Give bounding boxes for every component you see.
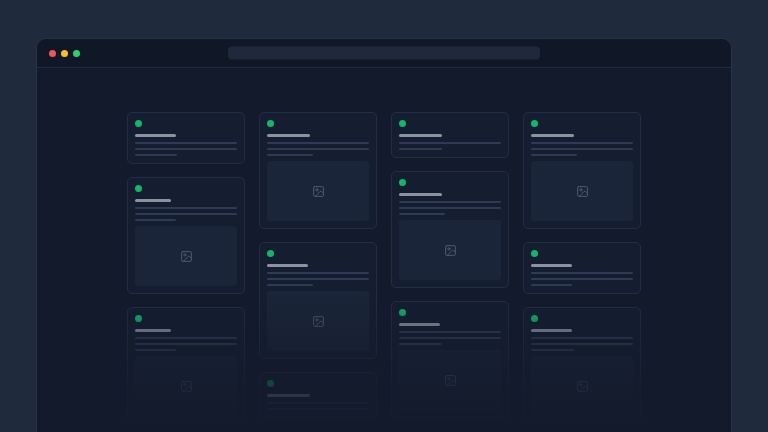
image-icon [180,380,193,393]
skeleton-card[interactable] [259,372,377,418]
skeleton-line [531,349,574,351]
skeleton-lines [399,331,501,345]
status-dot-icon [399,120,406,127]
skeleton-title [267,264,308,267]
skeleton-lines [267,142,369,156]
image-placeholder [531,356,633,416]
skeleton-line [531,148,633,150]
address-bar[interactable] [228,47,540,60]
skeleton-line [267,154,313,156]
skeleton-line [267,278,369,280]
image-placeholder [531,161,633,221]
image-icon [444,374,457,387]
card-column-1 [127,112,245,424]
skeleton-lines [531,142,633,156]
skeleton-card[interactable] [259,112,377,229]
card-grid [127,112,641,424]
skeleton-line [135,213,237,215]
skeleton-title [267,394,310,397]
skeleton-line [531,337,633,339]
skeleton-line [399,343,442,345]
image-icon [444,244,457,257]
skeleton-lines [135,337,237,351]
skeleton-card[interactable] [523,112,641,229]
browser-window [36,38,732,432]
image-icon [576,380,589,393]
image-placeholder [135,226,237,286]
skeleton-line [267,402,369,404]
browser-titlebar [37,39,731,68]
content-area [37,68,731,432]
skeleton-card[interactable] [391,112,509,158]
card-column-3 [391,112,509,424]
image-icon [312,185,325,198]
skeleton-title [531,134,574,137]
skeleton-lines [135,142,237,156]
skeleton-title [399,193,442,196]
skeleton-line [135,207,237,209]
traffic-light-close-button[interactable] [49,50,56,57]
skeleton-line [531,278,633,280]
skeleton-line [135,349,176,351]
status-dot-icon [267,250,274,257]
skeleton-title [399,323,440,326]
skeleton-card[interactable] [127,177,245,294]
skeleton-lines [399,142,501,150]
skeleton-title [135,329,171,332]
skeleton-line [399,142,501,144]
traffic-light-maximize-button[interactable] [73,50,80,57]
skeleton-card[interactable] [127,307,245,424]
traffic-lights [49,50,80,57]
image-placeholder [135,356,237,416]
status-dot-icon [135,120,142,127]
skeleton-title [531,329,572,332]
skeleton-line [399,201,501,203]
status-dot-icon [267,380,274,387]
status-dot-icon [531,250,538,257]
image-icon [576,185,589,198]
skeleton-lines [399,201,501,215]
status-dot-icon [135,185,142,192]
skeleton-card[interactable] [391,171,509,288]
skeleton-line [531,343,633,345]
skeleton-card[interactable] [127,112,245,164]
skeleton-line [267,408,369,410]
skeleton-line [531,154,577,156]
status-dot-icon [135,315,142,322]
card-column-2 [259,112,377,424]
skeleton-line [267,284,313,286]
image-placeholder [399,350,501,410]
skeleton-line [135,148,237,150]
skeleton-line [531,272,633,274]
skeleton-line [399,337,501,339]
skeleton-card[interactable] [259,242,377,359]
desktop: { "theme": { "desktop_bg": "#1f2a3d", "w… [0,0,768,432]
skeleton-card[interactable] [523,307,641,424]
skeleton-line [135,154,177,156]
status-dot-icon [267,120,274,127]
skeleton-line [135,142,237,144]
skeleton-lines [135,207,237,221]
skeleton-title [135,199,171,202]
skeleton-line [135,343,237,345]
skeleton-title [399,134,442,137]
skeleton-line [267,272,369,274]
skeleton-line [399,213,445,215]
skeleton-line [531,142,633,144]
image-placeholder [267,291,369,351]
status-dot-icon [399,179,406,186]
skeleton-line [399,207,501,209]
skeleton-line [531,284,572,286]
skeleton-card[interactable] [391,301,509,418]
image-placeholder [399,220,501,280]
skeleton-card[interactable] [523,242,641,294]
skeleton-title [135,134,176,137]
status-dot-icon [399,309,406,316]
skeleton-lines [267,402,369,410]
traffic-light-minimize-button[interactable] [61,50,68,57]
image-icon [180,250,193,263]
skeleton-lines [267,272,369,286]
card-column-4 [523,112,641,424]
skeleton-line [399,148,442,150]
skeleton-line [399,331,501,333]
